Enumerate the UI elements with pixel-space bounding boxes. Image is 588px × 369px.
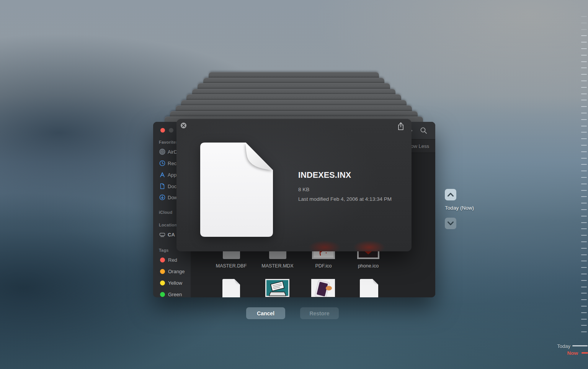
timeline-tick: [581, 29, 587, 30]
close-icon[interactable]: [181, 123, 186, 128]
timeline-tick: [581, 216, 587, 216]
timeline-tick: [581, 306, 587, 307]
file-item[interactable]: [348, 279, 390, 297]
tag-label: Yellow: [168, 280, 182, 286]
file-item[interactable]: [256, 279, 298, 297]
downloads-icon: [159, 194, 165, 201]
timeline-tick: [581, 177, 587, 178]
timeline-tick: [581, 145, 587, 146]
timeline-tick: [581, 106, 587, 107]
timeline-tick: [581, 248, 587, 249]
file-info: INDEXES.INX 8 KB Last modified Feb 4, 20…: [298, 171, 405, 202]
timeline-now-marker[interactable]: Now: [528, 350, 588, 356]
timeline-tick: [581, 235, 587, 236]
chevron-up-icon: [448, 193, 454, 197]
file-name: phone.ico: [347, 263, 389, 269]
timeline-tick: [581, 280, 587, 281]
timeline-tick: [581, 331, 587, 332]
timeline-tick: [581, 222, 587, 223]
timeline-today-marker[interactable]: Today: [528, 343, 588, 349]
orange-tag-dot-icon: [160, 269, 165, 274]
navigate-back-button[interactable]: [445, 218, 456, 229]
timeline-ticks[interactable]: [581, 16, 588, 342]
timeline-tick: [581, 61, 587, 62]
applications-icon: [159, 172, 165, 178]
close-traffic-light[interactable]: [160, 128, 165, 133]
blank-document-icon: [222, 279, 240, 297]
now-tick: [581, 352, 588, 354]
yellow-tag-dot-icon: [160, 280, 165, 285]
sidebar-item-tag-red[interactable]: Red: [153, 256, 191, 264]
quicklook-panel: INDEXES.INX 8 KB Last modified Feb 4, 20…: [176, 119, 412, 251]
sidebar-item-label: CA: [168, 232, 175, 238]
now-label: Now: [567, 350, 578, 356]
file-item[interactable]: [210, 279, 252, 297]
timeline-tick: [581, 203, 587, 203]
tag-label: Orange: [168, 269, 185, 274]
timeline-tick: [581, 132, 587, 133]
timeline-tick: [581, 312, 587, 313]
timeline-tick: [581, 23, 587, 23]
timeline-tick: [581, 80, 587, 81]
snapshot-date-label: Today (Now): [438, 205, 481, 211]
timeline-tick: [581, 48, 587, 49]
timeline-tick: [581, 151, 587, 152]
red-tag-dot-icon: [160, 257, 165, 262]
sidebar-item-tag-yellow[interactable]: Yellow: [153, 279, 191, 287]
timeline-tick: [581, 138, 587, 139]
file-name: PDF.ico: [302, 263, 345, 269]
printer-image-icon: [265, 279, 289, 297]
today-label: Today: [557, 343, 570, 349]
today-tick: [572, 345, 588, 346]
timeline-tick: [581, 158, 587, 159]
timeline-tick: [581, 274, 587, 274]
file-modified-date: Last modified Feb 4, 2006 at 4:13:34 PM: [298, 196, 405, 202]
timeline-tick: [581, 42, 587, 43]
search-icon[interactable]: [420, 127, 427, 136]
timeline-tick: [581, 254, 587, 255]
timeline-tick: [581, 261, 587, 261]
chevron-down-icon: [448, 221, 454, 225]
blank-document-icon: [360, 279, 378, 297]
cancel-button[interactable]: Cancel: [246, 307, 285, 319]
share-icon[interactable]: [398, 122, 404, 132]
timeline-tick: [581, 293, 587, 294]
timeline-tick: [581, 184, 587, 184]
green-tag-dot-icon: [160, 292, 165, 297]
tag-label: Green: [168, 292, 182, 297]
sidebar-item-tag-green[interactable]: Green: [153, 290, 191, 297]
timeline-tick: [581, 164, 587, 165]
airdrop-icon: [159, 149, 165, 155]
timeline-tick: [581, 55, 587, 56]
timeline-tick: [581, 241, 587, 242]
file-title: INDEXES.INX: [298, 171, 405, 180]
timeline-tick: [581, 35, 587, 36]
timeline-tick: [581, 196, 587, 197]
documents-icon: [159, 183, 165, 190]
file-name: MASTER.MDX: [256, 263, 299, 269]
navigate-forward-button[interactable]: [445, 189, 456, 200]
external-drive-icon: [159, 231, 165, 238]
tag-label: Red: [168, 257, 177, 263]
timeline-tick: [581, 209, 587, 210]
timeline-tick: [581, 113, 587, 113]
minimize-traffic-light[interactable]: [169, 128, 173, 133]
timeline-tick: [581, 319, 587, 320]
timeline-tick: [581, 87, 587, 88]
timeline-tick: [581, 119, 587, 120]
restore-button[interactable]: Restore: [300, 307, 339, 319]
timeline-tick: [581, 126, 587, 126]
purple-phone-image-icon: [311, 279, 335, 297]
timeline-tick: [581, 93, 587, 94]
timeline-tick: [581, 299, 587, 300]
time-machine-screen: Favorites AirDrop Recents Applications: [0, 0, 588, 369]
sidebar-item-tag-orange[interactable]: Orange: [153, 267, 191, 275]
file-name: MASTER.DBF: [210, 263, 252, 269]
timeline-tick: [581, 190, 587, 191]
document-preview-icon: [200, 143, 273, 238]
file-item[interactable]: [302, 279, 344, 297]
timeline-tick: [581, 67, 587, 68]
timeline-tick: [581, 171, 587, 171]
timeline-tick: [581, 74, 587, 75]
timeline-tick: [581, 325, 587, 326]
